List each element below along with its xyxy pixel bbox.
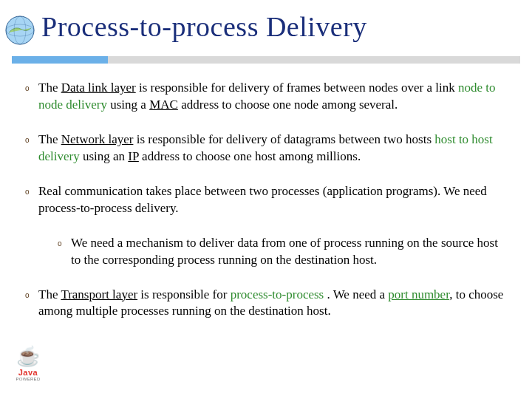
list-item-sub: o We need a mechanism to deliver data fr… (58, 235, 507, 269)
term-data-link-layer: Data link layer (61, 81, 136, 95)
bullet-text: The Network layer is responsible for del… (38, 132, 507, 166)
slide: Process-to-process Delivery o The Data l… (0, 0, 532, 399)
java-logo-icon: ☕ Java POWERED (12, 347, 44, 389)
text-run: address to choose one host among million… (139, 149, 361, 163)
text-run: The (38, 287, 61, 301)
text-run: using an (80, 149, 129, 163)
bullet-text: The Data link layer is responsible for d… (38, 80, 507, 114)
bullet-marker: o (25, 80, 38, 114)
bullet-text: Real communication takes place between t… (38, 183, 507, 217)
java-subtext: POWERED (16, 377, 40, 381)
text-run: is responsible for delivery of datagrams… (133, 132, 434, 146)
bullet-text: We need a mechanism to deliver data from… (71, 235, 507, 269)
text-run: . We need a (324, 287, 388, 301)
globe-icon (4, 15, 35, 46)
header: Process-to-process Delivery (0, 0, 532, 56)
title-divider (12, 56, 520, 64)
body: o The Data link layer is responsible for… (0, 64, 532, 320)
term-network-layer: Network layer (61, 132, 134, 146)
text-run: using a (107, 98, 149, 112)
term-transport-layer: Transport layer (61, 287, 137, 301)
term-ip: IP (128, 149, 139, 163)
text-run: The (38, 132, 61, 146)
list-item: o The Transport layer is responsible for… (25, 287, 507, 321)
bullet-marker: o (58, 235, 71, 269)
term-process-to-process: process-to-process (231, 287, 324, 301)
term-port-number: port number (388, 287, 449, 301)
list-item: o The Network layer is responsible for d… (25, 132, 507, 166)
bullet-marker: o (25, 132, 38, 166)
text-run: is responsible for (137, 287, 231, 301)
text-run: The (38, 81, 61, 95)
term-mac: MAC (149, 98, 178, 112)
list-item: o Real communication takes place between… (25, 183, 507, 217)
text-run: address to choose one node among several… (178, 98, 398, 112)
bullet-marker: o (25, 287, 38, 321)
list-item: o The Data link layer is responsible for… (25, 80, 507, 114)
page-title: Process-to-process Delivery (41, 10, 367, 43)
bullet-marker: o (25, 183, 38, 217)
bullet-text: The Transport layer is responsible for p… (38, 287, 507, 321)
java-wordmark: Java (18, 368, 38, 377)
text-run: is responsible for delivery of frames be… (136, 81, 458, 95)
java-cup-icon: ☕ (16, 347, 40, 366)
